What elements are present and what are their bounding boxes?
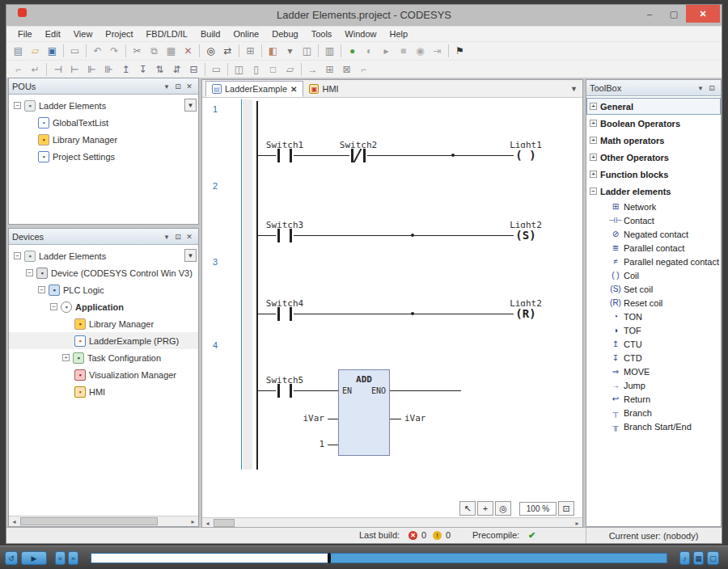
output-icon[interactable]: □ <box>265 62 281 77</box>
save-icon[interactable]: ▣ <box>44 44 61 58</box>
tab-list-dropdown-icon[interactable]: ▼ <box>570 85 578 93</box>
expander-icon[interactable]: + <box>590 137 597 144</box>
zoom-fit-button[interactable]: ⊡ <box>558 501 574 516</box>
coil-tool2-icon[interactable]: ⇵ <box>168 62 185 77</box>
ladder-canvas[interactable]: 1 2 3 4 Switch1 Switch2 Light1 <box>202 98 582 499</box>
rewind-button[interactable]: ↺ <box>5 551 18 565</box>
coil-light1[interactable]: ( ) <box>514 148 538 162</box>
compare-icon[interactable]: ◧ <box>265 44 281 58</box>
expander-icon[interactable]: + <box>590 171 597 178</box>
undo-icon[interactable]: ↶ <box>89 44 106 58</box>
contact-tool2-icon[interactable]: ⊢ <box>66 62 83 77</box>
breakpoint-icon[interactable]: ◉ <box>412 44 429 58</box>
dropdown-icon[interactable]: ▾ <box>281 44 298 58</box>
toolbox-category-other-operators[interactable]: +Other Operators <box>586 149 721 166</box>
contact-switch4[interactable] <box>276 307 294 321</box>
scroll-thumb[interactable] <box>20 517 158 525</box>
toolbox-item-reset-coil[interactable]: (R)Reset coil <box>586 296 721 310</box>
toolbox-item-tof[interactable]: ◑TOF <box>586 323 721 337</box>
input-icon[interactable]: ▯ <box>248 62 265 77</box>
toolbox-item-move[interactable]: ⇒MOVE <box>586 365 721 378</box>
tree-item-application[interactable]: −▪Application <box>9 298 198 315</box>
reset-coil-light2[interactable]: (R) <box>514 306 538 321</box>
playlist-button[interactable]: ▦ <box>693 551 704 565</box>
tab-close-icon[interactable]: ✕ <box>290 85 297 94</box>
menu-build[interactable]: Build <box>194 29 226 39</box>
scroll-left-icon[interactable]: ◂ <box>9 516 19 526</box>
pointer-tool-button[interactable]: ↖ <box>459 501 476 516</box>
delete-icon[interactable]: ✕ <box>180 44 197 58</box>
pin-icon[interactable]: ⊡ <box>172 233 184 241</box>
tree-item-hmi[interactable]: ▪HMI <box>9 383 198 400</box>
expander-icon[interactable]: + <box>590 120 597 127</box>
operand-label[interactable]: 1 <box>286 439 324 449</box>
run-icon[interactable]: ▸ <box>378 44 395 58</box>
menu-project[interactable]: Project <box>99 29 139 39</box>
tree-item-project-settings[interactable]: ▪Project Settings <box>9 148 198 165</box>
volume-button[interactable]: ♪ <box>679 551 690 565</box>
network-number[interactable]: 2 <box>209 181 222 191</box>
tab-hmi[interactable]: ▣ HMI <box>303 81 344 97</box>
toolbox-item-coil[interactable]: ( )Coil <box>586 268 721 282</box>
toolbox-category-function-blocks[interactable]: +Function blocks <box>586 166 721 183</box>
play-button[interactable]: ▶ <box>21 551 47 565</box>
tree-item-device-codesys-control-win-v3-[interactable]: −▪Device (CODESYS Control Win V3) <box>9 264 198 281</box>
export-icon[interactable]: ◫ <box>298 44 315 58</box>
jump-return-icon[interactable]: ↵ <box>27 62 44 77</box>
menu-help[interactable]: Help <box>383 29 414 39</box>
open-project-icon[interactable]: ▱ <box>27 44 44 58</box>
contact-tool-icon[interactable]: ⊣ <box>49 62 66 77</box>
branch-tool-icon[interactable]: ▱ <box>281 62 298 77</box>
new-project-icon[interactable]: ▤ <box>10 44 27 58</box>
expander-icon[interactable]: − <box>14 102 21 109</box>
comment-icon[interactable]: ⌐ <box>355 62 372 77</box>
menu-debug[interactable]: Debug <box>265 29 304 39</box>
seek-bar-playhead[interactable] <box>328 553 331 563</box>
prev-frame-button[interactable]: « <box>55 551 66 565</box>
tree-item-task-configuration[interactable]: +▪Task Configuration <box>9 349 198 366</box>
menu-view[interactable]: View <box>67 29 99 39</box>
scroll-thumb[interactable] <box>214 519 235 527</box>
copy-icon[interactable]: ⧉ <box>146 44 163 58</box>
toolbox-item-return[interactable]: ↩Return <box>586 392 721 406</box>
tree-item-library-manager[interactable]: ▪Library Manager <box>9 315 198 332</box>
network-number[interactable]: 3 <box>209 257 222 267</box>
stop-icon[interactable]: ■ <box>395 44 412 58</box>
fullscreen-button[interactable]: ▢ <box>707 551 719 565</box>
seek-bar[interactable] <box>91 553 667 563</box>
expander-icon[interactable]: − <box>14 252 21 259</box>
redo-icon[interactable]: ↷ <box>106 44 123 58</box>
view-selector-dropdown[interactable]: ▼ <box>184 99 197 112</box>
expander-icon[interactable]: − <box>590 188 597 195</box>
add-function-block[interactable]: ADD EN ENO <box>338 369 390 456</box>
tree-item-visualization-manager[interactable]: ▪Visualization Manager <box>9 366 198 383</box>
pan-tool-button[interactable]: + <box>477 501 493 516</box>
network-number[interactable]: 1 <box>209 104 222 114</box>
expander-icon[interactable]: − <box>26 269 33 276</box>
toolbox-item-set-coil[interactable]: (S)Set coil <box>586 282 721 296</box>
toolbox-category-boolean-operators[interactable]: +Boolean Operators <box>586 115 721 132</box>
pin-icon[interactable]: ⊡ <box>172 82 184 91</box>
tool-icon[interactable]: ⚑ <box>451 44 468 58</box>
replace-icon[interactable]: ⇄ <box>219 44 236 58</box>
step-icon[interactable]: ⇥ <box>429 44 446 58</box>
toolbox-item-contact[interactable]: ⊣⊢Contact <box>586 213 721 227</box>
network-number[interactable]: 4 <box>209 340 222 350</box>
toolbox-item-network[interactable]: ⊞Network <box>586 200 721 213</box>
close-icon[interactable]: ✕ <box>184 233 195 241</box>
maximize-button[interactable]: ▢ <box>662 5 686 23</box>
delete-net-icon[interactable]: ⊠ <box>338 62 355 77</box>
contact-switch5[interactable] <box>276 384 294 398</box>
cut-icon[interactable]: ✂ <box>129 44 146 58</box>
tree-item-ladder-elements[interactable]: −▪Ladder Elements <box>9 97 198 114</box>
toolbox-item-parallel-negated-contact[interactable]: ≠Parallel negated contact <box>586 255 721 268</box>
device-state-icon[interactable]: ◐ <box>361 44 378 58</box>
view-selector-dropdown[interactable]: ▼ <box>184 249 197 262</box>
box-en-icon[interactable]: ◫ <box>231 62 248 77</box>
close-icon[interactable]: ✕ <box>184 82 195 91</box>
find-icon[interactable]: ◎ <box>202 44 219 58</box>
menu-tools[interactable]: Tools <box>305 29 339 39</box>
set-coil-light2[interactable]: (S) <box>514 228 538 242</box>
network-tool-icon[interactable]: ⊞ <box>321 62 338 77</box>
toolbox-item-ctd[interactable]: ↧CTD <box>586 351 721 365</box>
